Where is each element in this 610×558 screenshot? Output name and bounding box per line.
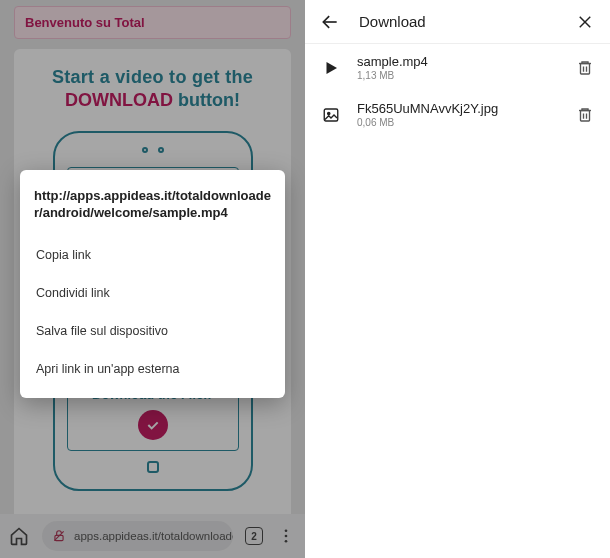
file-name: Fk565UuMNAvvKj2Y.jpg	[357, 101, 560, 116]
page-title: Download	[359, 13, 556, 30]
svg-point-13	[328, 112, 330, 114]
svg-rect-14	[581, 110, 590, 121]
svg-rect-9	[581, 63, 590, 74]
svg-rect-12	[324, 109, 338, 121]
download-header: Download	[305, 0, 610, 44]
menu-url: http://apps.appideas.it/totaldownloader/…	[34, 188, 271, 222]
file-size: 1,13 MB	[357, 70, 560, 81]
file-size: 0,06 MB	[357, 117, 560, 128]
file-name: sample.mp4	[357, 54, 560, 69]
trash-icon[interactable]	[574, 104, 596, 126]
trash-icon[interactable]	[574, 57, 596, 79]
context-menu: http://apps.appideas.it/totaldownloader/…	[20, 170, 285, 398]
close-icon[interactable]	[574, 11, 596, 33]
back-icon[interactable]	[319, 11, 341, 33]
download-list: sample.mp4 1,13 MB Fk565UuMNAvvKj2Y.jpg …	[305, 44, 610, 558]
menu-save-file[interactable]: Salva file sul dispositivo	[34, 312, 271, 350]
menu-share-link[interactable]: Condividi link	[34, 274, 271, 312]
menu-copy-link[interactable]: Copia link	[34, 236, 271, 274]
svg-marker-8	[327, 62, 338, 74]
image-icon	[319, 103, 343, 127]
download-item[interactable]: Fk565UuMNAvvKj2Y.jpg 0,06 MB	[305, 91, 610, 138]
play-icon	[319, 56, 343, 80]
menu-open-external[interactable]: Apri link in un'app esterna	[34, 350, 271, 388]
download-item[interactable]: sample.mp4 1,13 MB	[305, 44, 610, 91]
